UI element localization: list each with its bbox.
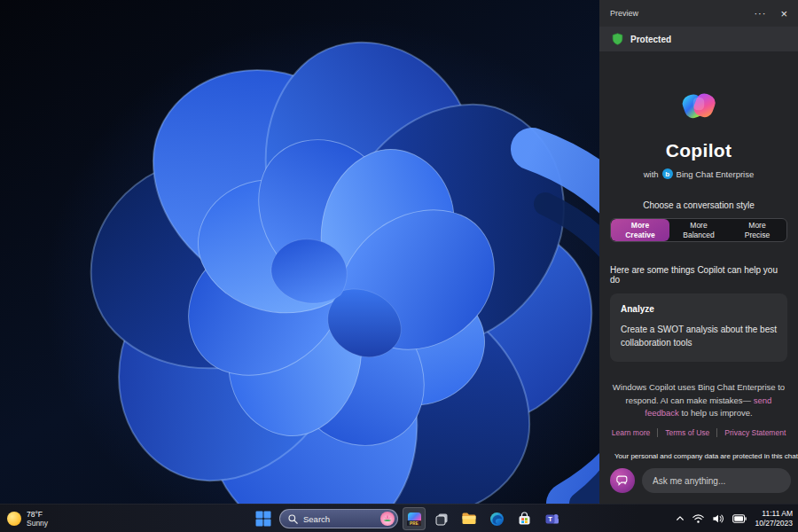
weather-condition: Sunny: [27, 519, 48, 528]
panel-title: Preview: [610, 9, 638, 18]
taskbar: 78°F Sunny Search: [0, 504, 798, 532]
protected-banner: Protected: [599, 27, 798, 51]
divider: [716, 428, 717, 437]
weather-temp: 78°F: [27, 510, 48, 519]
divider: [657, 428, 658, 437]
hidden-icons-chevron-icon[interactable]: [676, 514, 685, 523]
panel-header-actions: ··· ×: [754, 7, 787, 20]
copilot-subtitle: with b Bing Chat Enterprise: [644, 168, 755, 179]
teams-letter: T: [548, 515, 552, 523]
copilot-pre-band: PRE: [407, 520, 421, 526]
search-icon: [288, 514, 298, 524]
search-placeholder: Search: [303, 514, 330, 524]
suggestion-card-body: Create a SWOT analysis about the best co…: [621, 323, 777, 349]
style-option-precise[interactable]: More Precise: [728, 219, 786, 241]
privacy-note: Your personal and company data are prote…: [614, 452, 798, 460]
close-icon[interactable]: ×: [780, 7, 787, 20]
taskbar-search[interactable]: Search: [279, 509, 398, 528]
copilot-title: Copilot: [666, 140, 732, 161]
weather-text: 78°F Sunny: [27, 510, 48, 528]
suggestion-card-title: Analyze: [621, 304, 777, 314]
weather-widget[interactable]: 78°F Sunny: [7, 505, 48, 532]
disclaimer-text: Windows Copilot uses Bing Chat Enterpris…: [610, 381, 787, 420]
task-view-button[interactable]: [430, 507, 453, 530]
style-option-creative[interactable]: More Creative: [611, 219, 669, 241]
teams-button[interactable]: T: [540, 507, 563, 530]
file-explorer-button[interactable]: [458, 507, 481, 530]
bing-logo-icon: b: [662, 168, 673, 179]
more-options-icon[interactable]: ···: [754, 8, 766, 19]
edge-button[interactable]: [485, 507, 508, 530]
start-button[interactable]: [252, 507, 275, 530]
suggestions-heading: Here are some things Copilot can help yo…: [610, 265, 787, 285]
daily-image-lotus-icon[interactable]: [380, 512, 395, 526]
conversation-style-selector: More Creative More Balanced More Precise: [610, 218, 787, 242]
clock[interactable]: 11:11 AM 10/27/2023: [755, 509, 793, 528]
sun-icon: [7, 512, 21, 526]
system-tray: 11:11 AM 10/27/2023: [676, 505, 793, 532]
legal-links: Learn more Terms of Use Privacy Statemen…: [612, 428, 786, 437]
chat-bubble-sparkle-icon: [616, 474, 629, 487]
privacy-row: Your personal and company data are prote…: [610, 451, 791, 461]
copilot-pre-label: PRE: [410, 521, 419, 526]
volume-icon[interactable]: [712, 513, 724, 524]
panel-body: Copilot with b Bing Chat Enterprise Choo…: [599, 51, 798, 504]
store-icon: [517, 512, 532, 527]
battery-icon[interactable]: [732, 514, 747, 523]
terms-of-use-link[interactable]: Terms of Use: [665, 428, 709, 437]
tray-time: 11:11 AM: [755, 509, 793, 519]
learn-more-link[interactable]: Learn more: [612, 428, 650, 437]
panel-header: Preview ··· ×: [599, 0, 798, 27]
privacy-statement-link[interactable]: Privacy Statement: [724, 428, 786, 437]
wifi-icon[interactable]: [692, 513, 704, 524]
file-explorer-icon: [461, 511, 477, 527]
taskbar-copilot-button[interactable]: PRE: [403, 507, 426, 530]
screen: Preview ··· × Protected: [0, 0, 798, 532]
task-view-icon: [434, 512, 450, 527]
subtitle-brand: Bing Chat Enterprise: [677, 169, 755, 179]
copilot-logo-icon: [677, 82, 721, 129]
taskbar-center: Search: [252, 505, 563, 532]
subtitle-prefix: with: [644, 169, 659, 179]
copilot-panel: Preview ··· × Protected: [599, 0, 798, 504]
suggestion-card[interactable]: Analyze Create a SWOT analysis about the…: [610, 293, 787, 362]
ask-me-anything-input[interactable]: [642, 468, 791, 493]
style-option-balanced[interactable]: More Balanced: [669, 219, 728, 241]
teams-icon: T: [544, 512, 559, 527]
conversation-style-label: Choose a conversation style: [643, 200, 755, 210]
shield-icon: [612, 33, 623, 45]
protected-label: Protected: [630, 35, 671, 44]
tray-date: 10/27/2023: [755, 519, 793, 528]
windows-logo-icon: [255, 511, 271, 527]
edge-icon: [489, 512, 505, 527]
chat-input-row: [610, 468, 791, 493]
store-button[interactable]: [512, 507, 536, 530]
new-topic-button[interactable]: [610, 468, 635, 493]
